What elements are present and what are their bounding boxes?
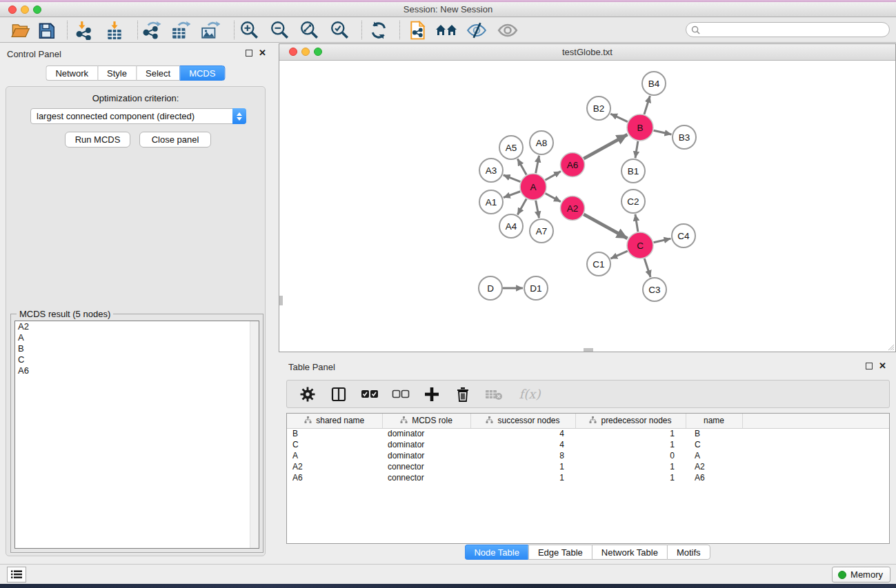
tab-mcds[interactable]: MCDS [179,65,225,81]
col-header-successor-nodes[interactable]: successor nodes [470,414,575,428]
unchecked-boxes-icon [392,389,410,399]
search-field[interactable] [686,22,890,37]
result-item[interactable]: A6 [15,365,259,376]
table-row[interactable]: A2connector 11 A2 [287,461,890,472]
tab-network-table[interactable]: Network Table [592,545,667,560]
zoom-selected-button[interactable] [328,19,352,41]
criterion-selected-value: largest connected component (directed) [31,111,232,121]
graph-edge-C-C4[interactable] [654,239,671,243]
tab-edge-table[interactable]: Edge Table [528,545,592,560]
graph-edge-C-C1[interactable] [610,251,627,258]
refresh-button[interactable] [367,19,390,41]
resize-grip-icon[interactable] [886,343,895,351]
graph-edge-A2-C[interactable] [584,214,627,239]
run-mcds-button[interactable]: Run MCDS [65,132,130,148]
graph-edge-B-B4[interactable] [644,96,650,114]
result-scrollbar[interactable] [250,321,259,548]
window-titlebar[interactable]: Session: New Session [0,2,896,17]
tab-motifs[interactable]: Motifs [667,545,710,560]
graph-edge-A-A1[interactable] [504,192,520,198]
col-header-name[interactable]: name [686,414,742,428]
import-network-button[interactable] [72,19,96,41]
show-columns-button[interactable] [328,384,349,405]
graph-node-label-A1: A1 [486,197,497,207]
network-window-title: testGlobe.txt [279,47,895,57]
float-panel-icon[interactable] [246,50,252,57]
result-item[interactable]: A2 [15,321,259,332]
graph-edge-B-B1[interactable] [635,141,638,158]
function-builder-button[interactable]: f(x) [515,384,545,405]
export-image-button[interactable] [199,19,222,41]
home-layout-button[interactable] [435,19,458,41]
save-session-button[interactable] [34,19,58,41]
close-panel-icon[interactable]: ✕ [259,50,266,57]
export-table-button[interactable] [169,19,192,41]
import-table-button[interactable] [103,19,126,41]
graph-edge-B-B3[interactable] [654,130,672,134]
tab-style[interactable]: Style [97,65,136,81]
table-toolbar: f(x) [286,380,890,408]
hide-details-button[interactable] [465,19,488,41]
zoom-fit-button[interactable] [298,19,321,41]
network-horizontal-scrollbar-thumb[interactable] [584,348,593,352]
deselect-all-rows-button[interactable] [390,384,411,405]
tab-select[interactable]: Select [136,65,179,81]
table-row[interactable]: Bdominator 41 B [287,428,890,439]
delete-column-button[interactable] [452,384,473,405]
network-vertical-scrollbar-thumb[interactable] [279,296,283,305]
status-bar: Memory [0,564,896,584]
delete-table-button[interactable] [484,384,504,405]
float-table-panel-icon[interactable] [866,363,873,369]
close-panel-button[interactable]: Close panel [139,132,211,148]
open-session-button[interactable] [9,19,32,41]
create-column-button[interactable] [421,384,442,405]
memory-button[interactable]: Memory [832,567,890,582]
graph-edge-A-A5[interactable] [517,159,526,175]
optimization-criterion-label: Optimization criterion: [6,93,265,103]
refresh-icon [369,21,388,40]
graph-edge-A-A8[interactable] [536,156,539,174]
graph-edge-A6-B[interactable] [584,134,627,159]
table-row[interactable]: Adominator 80 A [287,450,890,461]
mcds-result-list[interactable]: A2 A B C A6 [14,321,259,549]
open-folder-icon [11,21,30,39]
graph-edge-B-B2[interactable] [610,114,628,122]
export-network-button[interactable] [140,19,163,41]
result-item[interactable]: B [15,343,259,354]
table-row[interactable]: Cdominator 41 C [287,439,890,450]
result-item[interactable]: C [15,354,259,365]
table-row[interactable]: A6connector 11 A6 [287,472,890,483]
col-header-predecessor-nodes[interactable]: predecessor nodes [575,414,686,428]
result-item[interactable]: A [15,332,259,343]
network-graph-canvas[interactable]: AA1A2A3A4A5A6A7A8BB1B2B3B4CC1C2C3C4DD1 [279,61,895,352]
graph-edge-C-C2[interactable] [635,214,638,232]
zoom-out-icon [270,20,290,41]
zoom-in-button[interactable] [238,19,261,41]
task-history-button[interactable] [7,567,26,582]
zoom-out-button[interactable] [268,19,292,41]
network-window-titlebar[interactable]: testGlobe.txt [279,44,895,61]
import-table-icon [105,21,124,40]
houses-icon [435,21,457,39]
graph-edge-A-A3[interactable] [504,175,521,182]
col-header-mcds-role[interactable]: MCDS role [382,414,470,428]
mcds-panel: Optimization criterion: largest connecte… [6,86,266,556]
close-table-panel-icon[interactable]: ✕ [879,363,886,369]
graph-edge-A-A2[interactable] [546,194,561,202]
col-header-filler [742,414,890,428]
graph-edge-A-A7[interactable] [536,201,539,219]
select-all-rows-button[interactable] [359,384,380,405]
graph-edge-C-C3[interactable] [644,258,650,277]
tab-network[interactable]: Network [46,65,97,81]
show-details-button[interactable] [496,19,519,41]
search-input[interactable] [700,23,889,36]
node-table[interactable]: shared name MCDS role successor nodes pr… [286,413,890,544]
network-from-file-button[interactable] [406,19,430,41]
graph-edge-A-A6[interactable] [545,172,561,181]
criterion-select[interactable]: largest connected component (directed) [30,108,246,124]
col-header-shared-name[interactable]: shared name [287,414,382,428]
table-settings-button[interactable] [297,384,318,405]
graph-node-label-B4: B4 [648,79,660,89]
tab-node-table[interactable]: Node Table [464,545,528,560]
graph-edge-A-A4[interactable] [517,199,526,214]
